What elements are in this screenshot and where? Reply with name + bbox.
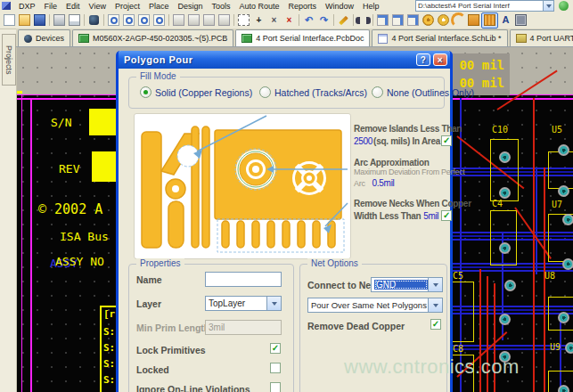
remove-islands-label: Remove Islands Less Than <box>354 124 452 134</box>
tab-serial-interface-schlib[interactable]: 4 Port Serial Interface.SchLib * <box>372 29 507 46</box>
interactive-wiring-icon[interactable] <box>336 13 351 28</box>
dialog-help-button[interactable]: ? <box>416 53 430 66</box>
copy-icon[interactable] <box>186 13 201 28</box>
place-via-icon[interactable] <box>436 13 451 28</box>
menu-tools[interactable]: Tools <box>207 2 234 11</box>
pour-over-mode-combo[interactable]: Pour Over Same Net Polygons Only <box>307 298 443 313</box>
interactive-routing-icon[interactable] <box>375 13 390 28</box>
pcb-pad <box>562 214 573 225</box>
paste-icon[interactable] <box>201 13 217 28</box>
tab-m0560x-pcb[interactable]: M0560X-2AGP-450-020305.~(5).PCB <box>72 29 233 46</box>
menu-help[interactable]: Help <box>358 2 384 11</box>
name-input[interactable] <box>205 272 282 287</box>
note-line: S: <box>103 342 115 354</box>
menu-place[interactable]: Place <box>144 2 174 11</box>
find-similar-icon[interactable] <box>356 13 371 28</box>
radio-hatched[interactable]: Hatched (Tracks/Arcs) <box>259 86 367 98</box>
layer-combo[interactable]: TopLayer <box>205 296 282 311</box>
pcb-pad <box>558 385 569 392</box>
select-area-icon[interactable] <box>236 13 251 28</box>
place-fill-icon[interactable] <box>466 13 481 28</box>
new-document-icon[interactable] <box>2 13 17 28</box>
lock-primitives-checkbox[interactable] <box>270 343 281 354</box>
remove-islands-value[interactable]: 2500 <box>354 136 372 146</box>
radio-solid[interactable]: Solid (Copper Regions) <box>140 86 252 98</box>
menu-auto-route[interactable]: Auto Route <box>234 2 283 11</box>
measurement-line: 00 mil <box>451 56 504 74</box>
chevron-down-icon[interactable] <box>428 298 442 312</box>
remove-islands-checkbox[interactable] <box>441 135 452 146</box>
designator: C10 <box>492 125 508 135</box>
route-differential-icon[interactable] <box>390 13 405 28</box>
dialog-close-button[interactable]: × <box>433 53 447 66</box>
radio-none[interactable]: None (Outlines Only) <box>372 86 474 98</box>
place-pad-icon[interactable] <box>421 13 436 28</box>
cut-icon[interactable] <box>171 13 186 28</box>
knowledge-center-icon[interactable] <box>559 1 569 11</box>
print-preview-icon[interactable] <box>67 13 82 28</box>
zoom-in-icon[interactable] <box>136 13 151 28</box>
arc-approximation-label: Arc Approximation <box>354 158 452 167</box>
route-multi-icon[interactable] <box>405 13 421 28</box>
open-document-icon[interactable] <box>17 13 32 28</box>
menu-file[interactable]: File <box>40 2 62 11</box>
place-string-icon[interactable]: A <box>498 13 513 28</box>
deselect-all-icon[interactable]: × <box>266 13 282 28</box>
zoom-selection-icon[interactable] <box>151 13 167 28</box>
ignore-violations-checkbox[interactable] <box>270 382 281 392</box>
radio-solid-icon[interactable] <box>140 86 151 98</box>
name-label: Name <box>136 274 162 285</box>
zoom-area-icon[interactable] <box>121 13 136 28</box>
dxp-logo-icon[interactable] <box>2 2 11 10</box>
tab-devices[interactable]: Devices <box>18 29 70 46</box>
document-path-combo[interactable]: D:\abctest\4 Port Serial Interf <box>415 0 554 12</box>
chevron-down-icon[interactable] <box>266 297 281 310</box>
menu-project[interactable]: Project <box>111 2 144 11</box>
remove-dead-copper-checkbox[interactable] <box>430 319 441 330</box>
toolbar-separator <box>103 14 104 26</box>
paste-recall-icon[interactable] <box>217 13 232 28</box>
menu-window[interactable]: Window <box>321 2 358 11</box>
menu-view[interactable]: View <box>85 2 111 11</box>
combo-dropdown-icon[interactable] <box>543 1 553 11</box>
projects-panel-tab[interactable]: Projects <box>2 34 16 86</box>
menu-reports[interactable]: Reports <box>284 2 322 11</box>
tab-label: 4 Port Serial Interface.SchLib * <box>391 34 501 43</box>
radio-hatched-icon[interactable] <box>259 86 271 98</box>
designator: U7 <box>552 200 562 209</box>
fill-mode-legend: Fill Mode <box>136 71 180 81</box>
connect-to-net-combo[interactable]: GND <box>371 277 443 292</box>
designator: C5 <box>453 271 463 281</box>
pcb-pad <box>504 280 516 291</box>
menu-edit[interactable]: Edit <box>61 2 85 11</box>
locked-checkbox[interactable] <box>270 363 281 373</box>
redo-icon[interactable]: ↷ <box>316 13 332 28</box>
neck-width-value[interactable]: 5mil <box>423 211 438 221</box>
remove-islands-units-label: (sq. mils) In Area <box>373 136 440 146</box>
arc-deviation-value[interactable]: 0.5mil <box>372 178 395 188</box>
zoom-document-icon[interactable] <box>106 13 121 28</box>
move-selection-icon[interactable]: + <box>251 13 266 28</box>
tab-uart-line-drivers[interactable]: 4 Port UART and Line Drivers.S <box>510 29 573 46</box>
dialog-title-bar[interactable]: Polygon Pour ? × <box>119 51 450 69</box>
pcb-trace <box>536 167 537 274</box>
remove-necks-checkbox[interactable] <box>441 210 452 221</box>
menu-design[interactable]: Design <box>173 2 207 11</box>
menu-dxp[interactable]: DXP <box>14 2 40 11</box>
print-icon[interactable] <box>52 13 67 28</box>
clear-filter-icon[interactable]: × <box>282 13 297 28</box>
tab-serial-interface-pcbdoc[interactable]: 4 Port Serial Interface.PcbDoc <box>235 29 370 46</box>
undo-icon[interactable]: ↶ <box>301 13 316 28</box>
silkscreen-isa-bus: ISA Bus <box>60 230 109 243</box>
place-polygon-pour-icon[interactable] <box>481 12 498 29</box>
chevron-down-icon[interactable] <box>428 278 442 291</box>
designator: U9 <box>550 342 561 352</box>
silkscreen-sn-label: S/N <box>51 116 71 129</box>
place-arc-icon[interactable] <box>451 13 466 28</box>
arc-approximation-annotation: Arc Approximation Maximum Deviation From… <box>354 158 452 188</box>
radio-none-icon[interactable] <box>372 86 383 98</box>
save-document-icon[interactable] <box>32 13 47 28</box>
place-component-icon[interactable] <box>513 13 528 28</box>
pcb-pad <box>499 187 511 199</box>
view-3d-icon[interactable] <box>86 13 102 28</box>
